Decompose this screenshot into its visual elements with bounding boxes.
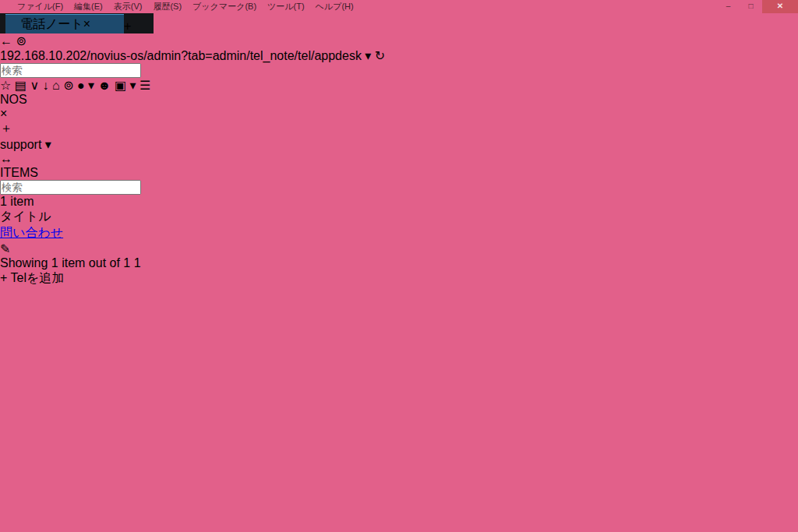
expand-icon: ↔ bbox=[0, 152, 12, 165]
row-actions: ✎ bbox=[0, 241, 798, 256]
toolbar-icons: ☆ ▤ ∨ ↓ ⌂ ⊚ ● ▾ ☻ ▣ ▾ ☰ bbox=[0, 78, 798, 93]
app-header: NOS × ＋ support ▾ ↔ bbox=[0, 93, 798, 166]
reload-icon[interactable]: ↻ bbox=[375, 49, 385, 62]
menu-tools[interactable]: ツール(T) bbox=[267, 0, 305, 13]
url-bar[interactable]: 192.168.10.202/novius-os/admin?tab=admin… bbox=[0, 48, 798, 63]
pocket-icon[interactable]: ∨ bbox=[30, 79, 39, 92]
novius-os-page: NOS × ＋ support ▾ ↔ bbox=[0, 93, 798, 287]
menu-edit[interactable]: 編集(E) bbox=[74, 0, 103, 13]
back-button[interactable]: ← bbox=[0, 34, 12, 48]
browser-navbar: ← ⊚ 192.168.10.202/novius-os/admin?tab=a… bbox=[0, 33, 798, 93]
menu-file[interactable]: ファイル(F) bbox=[17, 0, 63, 13]
fullscreen-button[interactable]: ↔ bbox=[0, 152, 798, 166]
grid-column-header[interactable]: タイトル bbox=[0, 209, 798, 225]
app-tab-active[interactable]: × bbox=[0, 107, 798, 121]
header-controls: support ▾ ↔ bbox=[0, 137, 798, 166]
add-tel-button[interactable]: + Telを追加 bbox=[0, 270, 798, 287]
table-row[interactable]: 問い合わせ ✎ bbox=[0, 225, 798, 256]
plus-tab-icon: ＋ bbox=[0, 122, 12, 135]
reading-list-icon[interactable]: ▤ bbox=[15, 79, 26, 92]
row-title-link[interactable]: 問い合わせ bbox=[0, 226, 63, 239]
grid-search-box[interactable] bbox=[0, 180, 798, 195]
url-path: /novius-os/admin?tab=admin/tel_note/tel/… bbox=[87, 49, 362, 62]
tab-title: 電話ノート bbox=[20, 16, 83, 33]
action-bar: + Telを追加 bbox=[0, 270, 798, 287]
chat-icon[interactable]: ☻ bbox=[98, 79, 111, 92]
url-text: 192.168.10.202/novius-os/admin?tab=admin… bbox=[0, 49, 362, 62]
menu-bookmarks[interactable]: ブックマーク(B) bbox=[192, 0, 256, 13]
pagination-bar: Showing 1 item out of 1 1 bbox=[0, 256, 798, 270]
menu-view[interactable]: 表示(V) bbox=[114, 0, 143, 13]
grid-search-input[interactable] bbox=[0, 180, 141, 195]
items-title: ITEMS bbox=[0, 166, 38, 179]
pencil-icon: ✎ bbox=[0, 242, 10, 255]
url-dropdown-icon[interactable]: ▾ bbox=[365, 49, 371, 62]
browser-tabstrip: 電話ノート × + bbox=[0, 13, 798, 33]
browser-search-input[interactable] bbox=[0, 63, 141, 78]
url-domain: 192.168.10.202 bbox=[0, 49, 87, 62]
account-caret-icon[interactable]: ▾ bbox=[88, 79, 94, 92]
column-title: タイトル bbox=[0, 210, 51, 223]
maximize-button[interactable]: □ bbox=[740, 0, 762, 13]
site-identity-icon[interactable]: ⊚ bbox=[16, 34, 26, 48]
edit-button[interactable]: ✎ bbox=[0, 242, 10, 255]
minimize-button[interactable]: – bbox=[717, 0, 740, 13]
page-1-button[interactable]: 1 bbox=[134, 256, 141, 270]
screenshot-icon[interactable]: ▣ bbox=[115, 79, 126, 92]
support-dropdown[interactable]: support ▾ bbox=[0, 137, 798, 152]
download-icon[interactable]: ↓ bbox=[43, 79, 49, 92]
menu-history[interactable]: 履歴(S) bbox=[153, 0, 182, 13]
window-titlebar: ファイル(F) 編集(E) 表示(V) 履歴(S) ブックマーク(B) ツール(… bbox=[0, 0, 798, 13]
home-icon[interactable]: ⌂ bbox=[52, 79, 60, 92]
close-button[interactable]: ✕ bbox=[762, 0, 798, 13]
tab-close-icon[interactable]: × bbox=[83, 17, 90, 31]
menu-hamburger-icon[interactable]: ☰ bbox=[139, 79, 150, 92]
browser-search-box[interactable] bbox=[0, 63, 798, 78]
bookmark-star-icon[interactable]: ☆ bbox=[0, 79, 11, 92]
browser-tab-active[interactable]: 電話ノート × bbox=[5, 14, 124, 33]
app-tab-new[interactable]: ＋ bbox=[0, 121, 798, 137]
desk-content: ITEMS 1 item タイトル 問い合わせ ✎ bbox=[0, 166, 798, 287]
support-caret-icon: ▾ bbox=[45, 138, 51, 151]
nos-logo-text: NOS bbox=[0, 93, 27, 106]
window-controls: – □ ✕ bbox=[717, 0, 798, 13]
overflow-caret-icon[interactable]: ▾ bbox=[129, 79, 136, 92]
tab-favicon-icon bbox=[11, 19, 20, 29]
app-tabs: × ＋ bbox=[0, 107, 798, 137]
menu-help[interactable]: ヘルプ(H) bbox=[316, 0, 354, 13]
grid-body: 問い合わせ ✎ bbox=[0, 225, 798, 256]
tabstrip-dark-area: 電話ノート × + bbox=[0, 13, 154, 33]
plus-icon: + bbox=[0, 271, 7, 284]
app-tab-close-icon[interactable]: × bbox=[0, 107, 7, 120]
items-toolbar: ITEMS 1 item bbox=[0, 166, 798, 209]
world-icon[interactable]: ⊚ bbox=[63, 79, 73, 92]
appdesk: ITEMS 1 item タイトル 問い合わせ ✎ bbox=[0, 166, 798, 287]
add-tel-label: Telを追加 bbox=[11, 271, 65, 284]
pagination-status: Showing 1 item out of 1 bbox=[0, 256, 130, 270]
nos-logo[interactable]: NOS bbox=[0, 93, 798, 107]
support-label: support bbox=[0, 138, 41, 151]
new-tab-button[interactable]: + bbox=[124, 19, 131, 33]
account-icon[interactable]: ● bbox=[77, 79, 85, 92]
item-count: 1 item bbox=[0, 195, 34, 208]
